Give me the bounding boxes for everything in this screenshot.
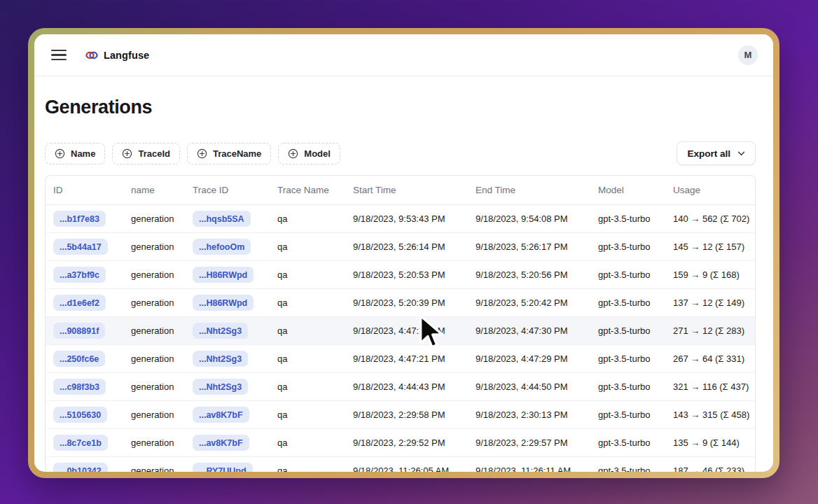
table-header-row: IDnameTrace IDTrace NameStart TimeEnd Ti… (46, 176, 755, 205)
model-cell: gpt-3.5-turbo (590, 410, 665, 420)
filter-label: Name (71, 148, 95, 159)
table-row[interactable]: ...908891fgeneration...Nht2Sg3qa9/18/202… (46, 317, 755, 345)
trace-id-badge[interactable]: ...hqsb5SA (193, 211, 251, 227)
column-header-name: name (123, 185, 185, 195)
trace-id-badge[interactable]: ...av8K7bF (193, 435, 249, 451)
column-header-trace-id: Trace ID (185, 185, 270, 195)
end-time-cell: 9/18/2023, 4:47:30 PM (468, 326, 590, 336)
table-row[interactable]: ...a37bf9cgeneration...H86RWpdqa9/18/202… (46, 261, 755, 289)
generation-id-badge[interactable]: ...a37bf9c (53, 267, 106, 283)
name-cell: generation (123, 382, 185, 392)
trace-id-badge[interactable]: ...av8K7bF (193, 407, 249, 423)
generation-id-badge-cell: ...5b44a17 (46, 239, 123, 255)
column-header-start-time: Start Time (345, 185, 468, 195)
trace-id-badge-cell: ...Nht2Sg3 (185, 351, 270, 367)
usage-cell: 143 → 315 (Σ 458) (665, 410, 755, 420)
end-time-cell: 9/18/2023, 4:44:50 PM (468, 382, 590, 392)
name-cell: generation (123, 298, 185, 308)
model-cell: gpt-3.5-turbo (590, 326, 665, 336)
trace-id-badge-cell: ...av8K7bF (185, 435, 270, 451)
usage-cell: 187 → 46 (Σ 233) (665, 465, 755, 472)
start-time-cell: 9/18/2023, 5:20:53 PM (345, 270, 468, 280)
trace-id-badge[interactable]: ...hefooOm (193, 239, 251, 255)
table-row[interactable]: ...b1f7e83generation...hqsb5SAqa9/18/202… (46, 205, 755, 233)
table-row[interactable]: ...5b44a17generation...hefooOmqa9/18/202… (46, 233, 755, 261)
trace-name-cell: qa (270, 382, 345, 392)
trace-name-cell: qa (270, 326, 345, 336)
start-time-cell: 9/18/2023, 4:44:43 PM (345, 382, 468, 392)
generation-id-badge[interactable]: ...b1f7e83 (53, 211, 106, 227)
name-cell: generation (123, 270, 185, 280)
filter-button-tracename[interactable]: TraceName (187, 143, 271, 164)
start-time-cell: 9/18/2023, 4:47:21 PM (345, 354, 468, 364)
filter-button-name[interactable]: Name (45, 143, 105, 164)
usage-cell: 140 → 562 (Σ 702) (665, 214, 755, 224)
plus-circle-icon (122, 148, 132, 159)
table-row[interactable]: ...d1e6ef2generation...H86RWpdqa9/18/202… (46, 289, 755, 317)
usage-cell: 137 → 12 (Σ 149) (665, 298, 755, 308)
generation-id-badge[interactable]: ...908891f (53, 323, 105, 339)
trace-id-badge[interactable]: ...Nht2Sg3 (193, 379, 248, 395)
usage-cell: 267 → 64 (Σ 331) (665, 354, 755, 364)
user-avatar[interactable]: M (738, 46, 758, 65)
name-cell: generation (123, 438, 185, 448)
filter-bar: NameTraceIdTraceNameModel (45, 143, 340, 164)
menu-icon[interactable] (51, 48, 67, 62)
trace-id-badge-cell: ...Nht2Sg3 (185, 379, 270, 395)
table-row[interactable]: ...0b10342generation...RY7UUpdqa9/18/202… (46, 457, 755, 472)
model-cell: gpt-3.5-turbo (590, 298, 665, 308)
page-title: Generations (45, 97, 756, 118)
generation-id-badge[interactable]: ...250fc6e (53, 351, 105, 367)
trace-id-badge[interactable]: ...Nht2Sg3 (193, 351, 248, 367)
filter-button-traceid[interactable]: TraceId (112, 143, 180, 164)
model-cell: gpt-3.5-turbo (590, 438, 665, 448)
generation-id-badge[interactable]: ...5105630 (53, 407, 107, 423)
trace-name-cell: qa (270, 270, 345, 280)
end-time-cell: 9/18/2023, 5:20:56 PM (468, 270, 590, 280)
generation-id-badge[interactable]: ...5b44a17 (53, 239, 108, 255)
table-body: ...b1f7e83generation...hqsb5SAqa9/18/202… (46, 205, 755, 472)
column-header-model: Model (590, 185, 665, 195)
app-window: Langfuse M Generations NameTraceIdTraceN… (34, 34, 773, 472)
trace-id-badge-cell: ...H86RWpd (185, 267, 270, 283)
end-time-cell: 9/18/2023, 9:54:08 PM (468, 214, 590, 224)
generations-table: IDnameTrace IDTrace NameStart TimeEnd Ti… (45, 175, 756, 472)
end-time-cell: 9/18/2023, 4:47:29 PM (468, 354, 590, 364)
trace-id-badge-cell: ...RY7UUpd (185, 463, 270, 472)
generation-id-badge[interactable]: ...d1e6ef2 (53, 295, 106, 311)
filter-label: Model (304, 148, 331, 159)
trace-id-badge-cell: ...av8K7bF (185, 407, 270, 423)
filter-button-model[interactable]: Model (278, 143, 340, 164)
table-row[interactable]: ...5105630generation...av8K7bFqa9/18/202… (46, 401, 755, 429)
toolbar: NameTraceIdTraceNameModel Export all (45, 141, 756, 165)
table-row[interactable]: ...c98f3b3generation...Nht2Sg3qa9/18/202… (46, 373, 755, 401)
trace-id-badge[interactable]: ...H86RWpd (193, 295, 254, 311)
trace-id-badge[interactable]: ...RY7UUpd (193, 463, 253, 472)
filter-label: TraceName (213, 148, 261, 159)
end-time-cell: 9/18/2023, 5:20:42 PM (468, 298, 590, 308)
trace-name-cell: qa (270, 298, 345, 308)
usage-cell: 321 → 116 (Σ 437) (665, 382, 755, 392)
plus-circle-icon (197, 148, 207, 159)
model-cell: gpt-3.5-turbo (590, 241, 665, 252)
brand-name: Langfuse (104, 50, 149, 61)
trace-name-cell: qa (270, 354, 345, 364)
table-row[interactable]: ...8c7ce1bgeneration...av8K7bFqa9/18/202… (46, 429, 755, 457)
trace-id-badge[interactable]: ...Nht2Sg3 (193, 323, 248, 339)
export-all-button[interactable]: Export all (677, 141, 756, 165)
generation-id-badge-cell: ...908891f (46, 323, 123, 339)
end-time-cell: 9/18/2023, 5:26:17 PM (468, 241, 590, 252)
generation-id-badge-cell: ...0b10342 (46, 463, 123, 472)
start-time-cell: 9/18/2023, 5:26:14 PM (345, 241, 468, 252)
generation-id-badge-cell: ...a37bf9c (46, 267, 123, 283)
generation-id-badge[interactable]: ...8c7ce1b (53, 435, 108, 451)
plus-circle-icon (55, 148, 65, 159)
trace-name-cell: qa (270, 465, 345, 472)
generation-id-badge[interactable]: ...c98f3b3 (53, 379, 106, 395)
table-row[interactable]: ...250fc6egeneration...Nht2Sg3qa9/18/202… (46, 345, 755, 373)
name-cell: generation (123, 465, 185, 472)
plus-circle-icon (288, 148, 298, 159)
generation-id-badge-cell: ...b1f7e83 (46, 211, 123, 227)
generation-id-badge[interactable]: ...0b10342 (53, 463, 108, 472)
trace-id-badge[interactable]: ...H86RWpd (193, 267, 254, 283)
